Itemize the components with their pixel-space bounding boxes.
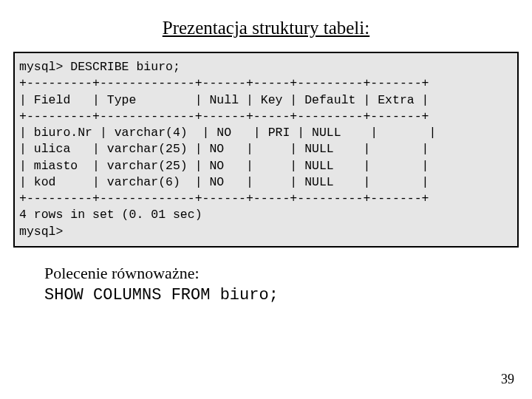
- code-line-2: | Field | Type | Null | Key | Default | …: [19, 93, 429, 107]
- equivalent-label: Polecenie równoważne:: [44, 262, 488, 284]
- slide: Prezentacja struktury tabeli: mysql> DES…: [0, 0, 532, 399]
- code-block: mysql> DESCRIBE biuro; +---------+------…: [13, 52, 519, 248]
- code-line-0: mysql> DESCRIBE biuro;: [19, 60, 180, 74]
- code-line-7: | kod | varchar(6) | NO | | NULL | |: [19, 175, 429, 189]
- code-line-5: | ulica | varchar(25) | NO | | NULL | |: [19, 142, 429, 156]
- code-line-3: +---------+-------------+------+-----+--…: [19, 109, 429, 123]
- code-line-8: +---------+-------------+------+-----+--…: [19, 191, 429, 205]
- slide-title: Prezentacja struktury tabeli:: [0, 0, 532, 52]
- code-line-10: mysql>: [19, 225, 63, 239]
- code-line-9: 4 rows in set (0. 01 sec): [19, 208, 202, 222]
- code-line-4: | biuro.Nr | varchar(4) | NO | PRI | NUL…: [19, 126, 436, 140]
- code-line-1: +---------+-------------+------+-----+--…: [19, 76, 429, 90]
- equivalent-command: SHOW COLUMNS FROM biuro;: [44, 284, 488, 307]
- footer-text: Polecenie równoważne: SHOW COLUMNS FROM …: [44, 262, 488, 306]
- page-number: 39: [501, 372, 514, 387]
- code-line-6: | miasto | varchar(25) | NO | | NULL | |: [19, 159, 429, 173]
